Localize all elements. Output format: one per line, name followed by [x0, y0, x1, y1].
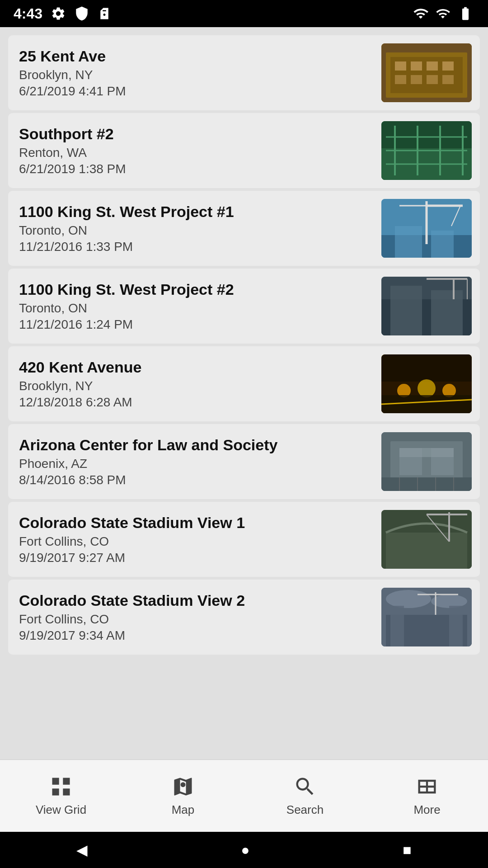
- project-date: 6/21/2019 4:41 PM: [19, 84, 374, 99]
- bottom-nav: View Grid Map Search More: [0, 760, 488, 832]
- grid-icon: [49, 775, 73, 798]
- project-thumbnail: [381, 199, 472, 258]
- project-thumbnail: [381, 510, 472, 569]
- svg-rect-53: [386, 533, 467, 569]
- svg-rect-7: [395, 75, 406, 84]
- search-icon: [293, 775, 317, 798]
- project-location: Toronto, ON: [19, 223, 374, 238]
- battery-icon: [456, 6, 474, 21]
- list-item[interactable]: 1100 King St. West Project #2 Toronto, O…: [8, 269, 480, 344]
- project-thumbnail: [381, 43, 472, 102]
- nav-more-label: More: [413, 803, 440, 817]
- status-bar-right: [412, 6, 474, 21]
- home-button[interactable]: ●: [241, 842, 249, 859]
- back-button[interactable]: ◀: [76, 841, 88, 859]
- list-item[interactable]: Colorado State Stadium View 1 Fort Colli…: [8, 502, 480, 577]
- project-title: 1100 King St. West Project #1: [19, 203, 374, 221]
- nav-map-label: Map: [172, 803, 195, 817]
- svg-point-38: [418, 379, 436, 397]
- project-thumbnail: [381, 277, 472, 335]
- svg-rect-10: [442, 75, 454, 84]
- list-item[interactable]: 25 Kent Ave Brooklyn, NY 6/21/2019 4:41 …: [8, 35, 480, 110]
- svg-rect-61: [390, 606, 404, 646]
- more-icon: [415, 775, 439, 798]
- settings-icon: [51, 6, 66, 21]
- project-thumbnail: [381, 588, 472, 646]
- list-item[interactable]: 1100 King St. West Project #1 Toronto, O…: [8, 191, 480, 266]
- project-title: Colorado State Stadium View 2: [19, 591, 374, 610]
- status-bar: 4:43: [0, 0, 488, 27]
- list-item[interactable]: 420 Kent Avenue Brooklyn, NY 12/18/2018 …: [8, 346, 480, 421]
- nav-search[interactable]: Search: [244, 760, 366, 832]
- project-location: Brooklyn, NY: [19, 68, 374, 82]
- nav-search-label: Search: [286, 803, 324, 817]
- android-nav-bar: ◀ ● ■: [0, 832, 488, 868]
- svg-rect-6: [442, 61, 454, 71]
- project-date: 11/21/2016 1:33 PM: [19, 240, 374, 254]
- project-info: 420 Kent Avenue Brooklyn, NY 12/18/2018 …: [19, 358, 381, 410]
- svg-rect-4: [411, 61, 422, 71]
- project-date: 8/14/2016 8:58 PM: [19, 473, 374, 487]
- time-display: 4:43: [14, 5, 42, 22]
- svg-rect-8: [411, 75, 422, 84]
- shield-icon: [74, 6, 89, 21]
- project-info: 25 Kent Ave Brooklyn, NY 6/21/2019 4:41 …: [19, 47, 381, 99]
- signal-icon: [436, 6, 450, 21]
- svg-rect-47: [381, 477, 472, 491]
- nav-view-grid[interactable]: View Grid: [0, 760, 122, 832]
- svg-rect-62: [449, 606, 463, 646]
- recents-button[interactable]: ■: [403, 842, 411, 859]
- project-date: 12/18/2018 6:28 AM: [19, 395, 374, 410]
- nav-map[interactable]: Map: [122, 760, 244, 832]
- project-thumbnail: [381, 121, 472, 180]
- project-date: 9/19/2017 9:34 AM: [19, 628, 374, 643]
- list-item[interactable]: Southport #2 Renton, WA 6/21/2019 1:38 P…: [8, 113, 480, 188]
- project-location: Fort Collins, CO: [19, 534, 374, 549]
- project-thumbnail: [381, 432, 472, 491]
- project-date: 9/19/2017 9:27 AM: [19, 551, 374, 565]
- project-title: Southport #2: [19, 125, 374, 143]
- project-location: Fort Collins, CO: [19, 612, 374, 627]
- list-item[interactable]: Colorado State Stadium View 2 Fort Colli…: [8, 580, 480, 655]
- project-title: 1100 King St. West Project #2: [19, 280, 374, 299]
- map-icon: [171, 775, 195, 798]
- svg-rect-5: [427, 61, 438, 71]
- svg-rect-46: [399, 448, 454, 457]
- nav-view-grid-label: View Grid: [36, 803, 86, 817]
- project-info: Arizona Center for Law and Society Phoen…: [19, 436, 381, 488]
- project-info: Southport #2 Renton, WA 6/21/2019 1:38 P…: [19, 125, 381, 177]
- project-date: 6/21/2019 1:38 PM: [19, 162, 374, 176]
- project-info: Colorado State Stadium View 1 Fort Colli…: [19, 514, 381, 566]
- project-title: 420 Kent Avenue: [19, 358, 374, 377]
- svg-rect-27: [431, 231, 454, 258]
- project-title: Arizona Center for Law and Society: [19, 436, 374, 454]
- project-location: Phoenix, AZ: [19, 457, 374, 471]
- project-date: 11/21/2016 1:24 PM: [19, 317, 374, 332]
- project-location: Brooklyn, NY: [19, 379, 374, 393]
- svg-rect-31: [431, 290, 463, 335]
- project-title: 25 Kent Ave: [19, 47, 374, 66]
- status-bar-left: 4:43: [14, 5, 111, 22]
- project-title: Colorado State Stadium View 1: [19, 514, 374, 532]
- project-info: Colorado State Stadium View 2 Fort Colli…: [19, 591, 381, 643]
- svg-point-65: [181, 782, 186, 787]
- wifi-icon: [412, 6, 429, 21]
- project-list: 25 Kent Ave Brooklyn, NY 6/21/2019 4:41 …: [0, 27, 488, 760]
- project-location: Renton, WA: [19, 146, 374, 160]
- sim-icon: [98, 6, 111, 21]
- svg-rect-9: [427, 75, 438, 84]
- svg-rect-30: [390, 286, 422, 335]
- svg-rect-26: [395, 226, 422, 258]
- project-thumbnail: [381, 354, 472, 413]
- list-item[interactable]: Arizona Center for Law and Society Phoen…: [8, 424, 480, 499]
- svg-rect-3: [395, 61, 406, 71]
- project-location: Toronto, ON: [19, 301, 374, 316]
- svg-point-58: [386, 590, 431, 608]
- project-info: 1100 King St. West Project #2 Toronto, O…: [19, 280, 381, 332]
- nav-more[interactable]: More: [366, 760, 488, 832]
- project-info: 1100 King St. West Project #1 Toronto, O…: [19, 203, 381, 255]
